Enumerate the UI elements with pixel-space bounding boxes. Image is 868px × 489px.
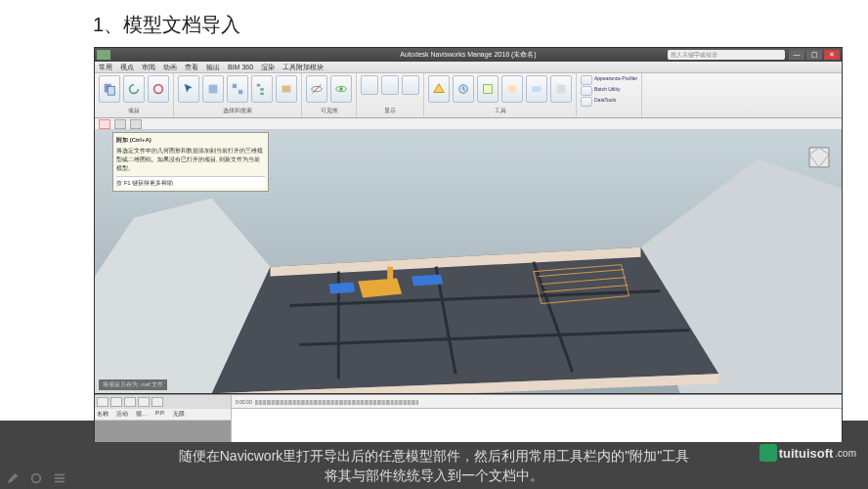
svg-rect-7 [260, 88, 264, 91]
tab-animation[interactable]: 动画 [163, 63, 177, 72]
svg-rect-31 [387, 267, 393, 287]
anim-play-icon[interactable] [110, 397, 122, 407]
animator-button[interactable] [526, 75, 547, 103]
save-selection-button[interactable] [202, 75, 224, 103]
svg-rect-6 [257, 84, 261, 87]
sets-button[interactable] [276, 75, 297, 103]
selection-tree-button[interactable] [251, 75, 273, 103]
ribbon-group-visibility: 可见性 [302, 73, 357, 117]
links-button[interactable] [361, 75, 378, 95]
tab-addons[interactable]: 工具附加模块 [282, 63, 324, 72]
tab-review[interactable]: 审阅 [142, 63, 155, 72]
svg-rect-5 [239, 90, 242, 94]
append-button[interactable] [99, 75, 120, 103]
viewport-status: 将项目另存为 .nwf 文件 [99, 379, 167, 390]
svg-rect-9 [282, 86, 291, 93]
menu-icon[interactable] [53, 471, 66, 485]
datatools-button[interactable] [581, 97, 592, 107]
properties-button[interactable] [402, 75, 419, 95]
minimize-button[interactable]: — [789, 50, 804, 60]
ribbon-label-visibility: 可见性 [306, 107, 352, 115]
tab-output[interactable]: 输出 [206, 63, 220, 72]
svg-rect-42 [55, 477, 65, 479]
svg-rect-18 [557, 85, 566, 94]
svg-point-40 [32, 474, 41, 483]
pen-icon[interactable] [6, 471, 20, 485]
svg-rect-1 [108, 86, 114, 95]
reset-all-button[interactable] [148, 75, 169, 103]
svg-rect-3 [209, 85, 218, 94]
rendering-button[interactable] [501, 75, 523, 103]
ribbon-label-tools: 工具 [428, 107, 572, 115]
quantification-button[interactable] [477, 75, 499, 103]
ribbon-group-extra: Appearance Profiler Batch Utility DataTo… [577, 73, 642, 117]
watermark-text: tuituisoft [779, 446, 834, 461]
ribbon-group-select: 选择和搜索 [174, 73, 302, 117]
tab-bim360[interactable]: BIM 360 [228, 64, 253, 70]
timeliner-button[interactable] [453, 75, 474, 103]
tab-view[interactable]: 查看 [185, 63, 198, 72]
hide-button[interactable] [306, 75, 327, 103]
3d-viewport[interactable]: 附加 (Ctrl+A) 将选定文件中的几何图形和数据添加到当前打开的三维模型或二… [95, 130, 842, 394]
tab-viewpoint[interactable]: 视点 [120, 63, 134, 72]
timeline-ruler[interactable]: 0:00.00 ||||||||||||||||||||||||||||||||… [232, 395, 842, 409]
require-button[interactable] [330, 75, 352, 103]
ribbon-label-project: 项目 [99, 107, 169, 115]
appearance-profiler-button[interactable] [581, 75, 592, 85]
svg-rect-43 [55, 481, 65, 483]
svg-rect-4 [233, 84, 237, 88]
anim-stop-icon[interactable] [124, 397, 136, 407]
clash-detective-button[interactable] [428, 75, 450, 103]
svg-marker-33 [412, 275, 443, 287]
svg-marker-32 [328, 283, 355, 294]
append-tooltip: 附加 (Ctrl+A) 将选定文件中的几何图形和数据添加到当前打开的三维模型或二… [112, 132, 269, 192]
watermark-suffix: .com [835, 448, 856, 459]
svg-point-13 [339, 87, 343, 91]
svg-marker-38 [809, 148, 829, 167]
svg-rect-8 [260, 93, 264, 96]
svg-point-2 [154, 85, 163, 94]
anim-record-icon[interactable] [138, 397, 150, 407]
caption-line-2: 将其与部件统统导入到一个文档中。 [325, 466, 543, 485]
anim-add-icon[interactable] [97, 397, 108, 407]
close-button[interactable]: ✕ [824, 50, 840, 60]
batch-utility-button[interactable] [581, 86, 592, 96]
ribbon: 项目 选择和搜索 可见性 显示 [95, 73, 842, 118]
tab-render[interactable]: 渲染 [261, 63, 275, 72]
quick-access-toolbar [95, 118, 842, 130]
watermark: tuituisoft.com [760, 444, 856, 462]
ribbon-group-project: 项目 [95, 73, 174, 117]
svg-point-16 [508, 85, 517, 94]
pointer-icon[interactable] [29, 471, 43, 485]
anim-settings-icon[interactable] [152, 397, 163, 407]
presenter-toolbar [6, 471, 66, 485]
watermark-logo-icon [760, 444, 777, 462]
svg-rect-15 [484, 85, 493, 94]
slide-title: 1、模型文档导入 [93, 12, 240, 38]
caption-line-1: 随便在Navicwork里打开导出后的任意模型部件，然后利用常用工具栏内的"附加… [179, 446, 690, 466]
tooltip-title: 附加 (Ctrl+A) [116, 136, 265, 145]
title-bar: Autodesk Navisworks Manage 2018 (未命名) 搜入… [95, 48, 842, 62]
tab-home[interactable]: 常用 [99, 63, 112, 72]
select-button[interactable] [178, 75, 199, 103]
window-title: Autodesk Navisworks Manage 2018 (未命名) [400, 50, 536, 60]
svg-rect-17 [533, 86, 542, 91]
animator-columns: 名称 活动 循… P.P. 无限 [95, 409, 231, 421]
tooltip-body: 将选定文件中的几何图形和数据添加到当前打开的三维模型或二维图纸。如果没有已打开的… [116, 147, 265, 173]
ribbon-label-select: 选择和搜索 [178, 107, 297, 115]
help-search-input[interactable]: 搜入关键字或短语 [668, 50, 785, 60]
scripter-button[interactable] [550, 75, 572, 103]
navisworks-window: Autodesk Navisworks Manage 2018 (未命名) 搜入… [94, 47, 843, 469]
animator-toolbar [95, 395, 231, 409]
maximize-button[interactable]: ▢ [806, 50, 822, 60]
append-qat-button[interactable] [99, 119, 110, 129]
refresh-button[interactable] [123, 75, 145, 103]
tooltip-hint: 按 F1 键获得更多帮助 [116, 176, 265, 188]
qat-icon[interactable] [114, 119, 126, 129]
ribbon-group-tools: 工具 [424, 73, 577, 117]
quick-props-button[interactable] [381, 75, 399, 95]
svg-rect-41 [55, 474, 65, 476]
ribbon-group-display: 显示 [357, 73, 424, 117]
qat-icon[interactable] [130, 119, 142, 129]
select-same-button[interactable] [227, 75, 248, 103]
